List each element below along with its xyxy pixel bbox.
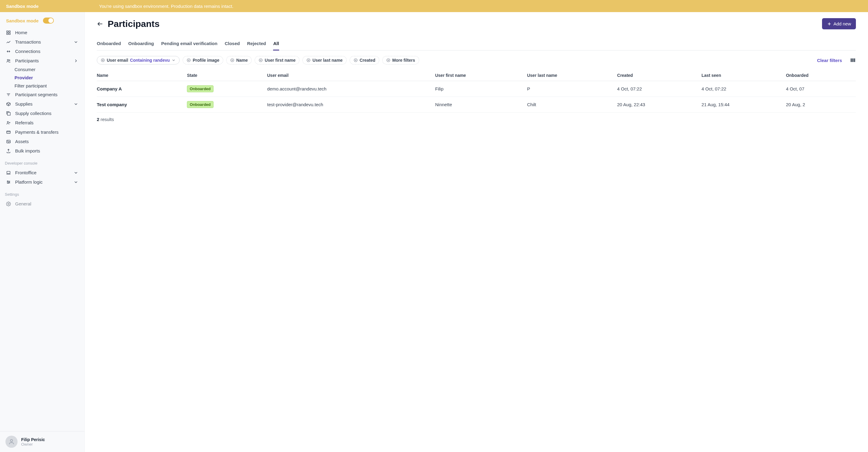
cell-last-seen: 21 Aug, 15:44 [702,97,786,113]
filter-chip-profile-image[interactable]: Profile image [183,56,223,64]
svg-point-25 [9,182,10,182]
svg-rect-2 [7,33,8,34]
tab-all[interactable]: All [273,38,279,50]
filter-chip-created[interactable]: Created [350,56,379,64]
cell-onboarded: 20 Aug, 2 [786,97,856,113]
status-badge: Onboarded [187,85,213,92]
filter-chip-more[interactable]: More filters [382,56,419,64]
tabs: Onboarded Onboarding Pending email verif… [97,38,856,51]
svg-rect-53 [851,58,852,62]
add-new-label: Add new [834,21,851,26]
svg-rect-1 [9,31,10,32]
sandbox-toggle[interactable] [43,18,54,24]
nav-bulk-imports[interactable]: Bulk imports [0,146,84,155]
nav-participant-segments[interactable]: Participant segments [0,90,84,99]
tab-rejected[interactable]: Rejected [247,38,266,50]
nav-label: Connections [15,49,40,54]
filter-chip-user-first-name[interactable]: User first name [255,56,300,64]
sandbox-banner: Sandbox mode You're using sandbox enviro… [0,0,868,12]
cell-first-name: Ninnette [435,97,527,113]
tab-onboarding[interactable]: Onboarding [128,38,154,50]
cell-last-name: P [527,81,617,97]
th-user-last-name[interactable]: User last name [527,70,617,81]
nav-supply-collections[interactable]: Supply collections [0,109,84,118]
chart-icon [6,40,11,44]
nav-sub-provider[interactable]: Provider [0,73,84,82]
nav-platform-logic[interactable]: Platform logic [0,177,84,187]
gear-icon [6,202,11,206]
th-last-seen[interactable]: Last seen [702,70,786,81]
plus-circle-icon [187,58,191,62]
chevron-right-icon [73,58,78,63]
remove-icon[interactable] [101,58,105,62]
nav-sub-filter-participant[interactable]: Filter participant [0,82,84,90]
th-created[interactable]: Created [617,70,702,81]
status-badge: Onboarded [187,101,213,108]
th-onboarded[interactable]: Onboarded [786,70,856,81]
chip-label: Profile image [193,58,219,63]
collections-icon [6,111,11,116]
plus-circle-icon [353,58,358,62]
card-icon [6,130,11,134]
svg-rect-15 [7,131,10,133]
chip-label: User last name [312,58,343,63]
th-user-email[interactable]: User email [267,70,435,81]
cell-email: test-provider@randevu.tech [267,97,435,113]
nav-label: Payments & transfers [15,129,58,134]
tab-pending[interactable]: Pending email verification [161,38,217,50]
nav-referrals[interactable]: Referrals [0,118,84,127]
referrals-icon [6,120,11,125]
nav-transactions[interactable]: Transactions [0,37,84,47]
results-count: 2 results [97,113,856,126]
nav-assets[interactable]: Assets [0,137,84,146]
th-user-first-name[interactable]: User first name [435,70,527,81]
tab-onboarded[interactable]: Onboarded [97,38,121,50]
table-row[interactable]: Test company Onboarded test-provider@ran… [97,97,856,113]
th-state[interactable]: State [187,70,267,81]
th-name[interactable]: Name [97,70,187,81]
tab-closed[interactable]: Closed [225,38,240,50]
nav-supplies[interactable]: Supplies [0,99,84,109]
nav-frontoffice[interactable]: Frontoffice [0,168,84,177]
nav-label: Supply collections [15,111,52,116]
laptop-icon [6,170,11,175]
cell-state: Onboarded [187,97,267,113]
people-icon [6,58,11,63]
chevron-down-icon [172,58,176,62]
svg-rect-3 [9,33,10,34]
svg-point-18 [7,141,8,141]
nav-label: Platform logic [15,179,43,185]
add-new-button[interactable]: Add new [822,18,856,29]
nav-label: Supplies [15,101,33,107]
table-wrap: Name State User email User first name Us… [97,70,856,113]
nav-connections[interactable]: Connections [0,47,84,56]
nav-home[interactable]: Home [0,28,84,37]
sandbox-toggle-row: Sandbox mode [0,12,84,28]
nav-label: Participants [15,58,39,63]
cell-email: demo.account@randevu.tech [267,81,435,97]
page-header: Participants Add new [97,18,856,29]
cell-last-name: Chilt [527,97,617,113]
cell-state: Onboarded [187,81,267,97]
chip-label: Created [360,58,375,63]
back-button[interactable] [97,21,103,27]
connections-icon [6,49,11,54]
sidebar-user[interactable]: Filip Perisic Owner [0,431,84,452]
nav-general[interactable]: General [0,199,84,208]
banner-message: You're using sandbox environment. Produc… [99,4,234,9]
nav-label: General [15,201,31,206]
cell-created: 4 Oct, 07:22 [617,81,702,97]
page-title: Participants [108,19,160,29]
nav-payments[interactable]: Payments & transfers [0,127,84,137]
nav-participants[interactable]: Participants [0,56,84,65]
columns-button[interactable] [850,57,856,63]
table-row[interactable]: Company A Onboarded demo.account@randevu… [97,81,856,97]
filter-chip-user-last-name[interactable]: User last name [303,56,347,64]
filter-chip-user-email[interactable]: User email Containing randevu [97,56,180,64]
svg-rect-0 [7,31,8,32]
filter-chip-name[interactable]: Name [226,56,252,64]
clear-filters-button[interactable]: Clear filters [817,58,842,63]
nav-sub-consumer[interactable]: Consumer [0,65,84,73]
sandbox-toggle-label: Sandbox mode [6,18,39,23]
user-name: Filip Perisic [21,437,45,442]
